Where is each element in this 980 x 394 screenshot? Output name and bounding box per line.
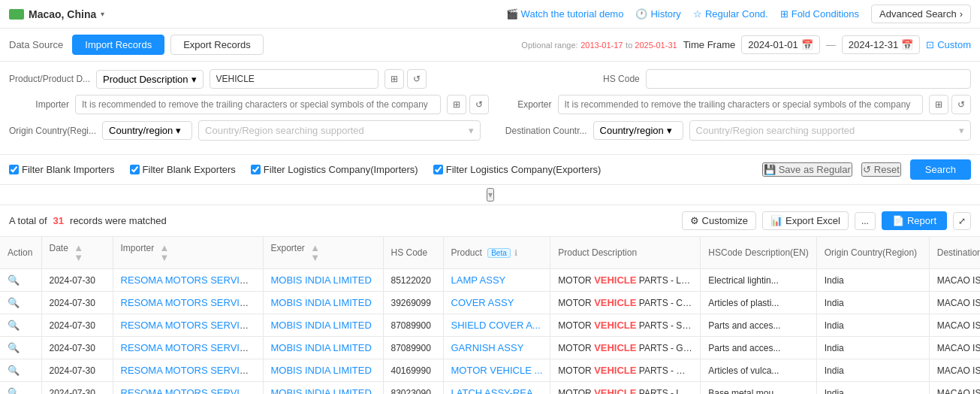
importer-cell[interactable]: RESOMA MOTORS SERVICE CE... [113, 269, 263, 292]
exporter-input[interactable] [558, 95, 924, 114]
importer-refresh-icon[interactable]: ↺ [469, 95, 489, 114]
exporter-cell[interactable]: MOBIS INDIA LIMITED [263, 359, 383, 382]
results-actions: ⚙ Customize 📊 Export Excel ... 📄 Report … [682, 211, 971, 230]
search-action-icon[interactable]: 🔍 [8, 365, 20, 376]
action-cell[interactable]: 🔍 [0, 359, 41, 382]
expand-table-button[interactable]: ⤢ [953, 212, 971, 230]
action-cell[interactable]: 🔍 [0, 314, 41, 337]
export-excel-button[interactable]: 📊 Export Excel [762, 211, 849, 230]
exporter-expand-icon[interactable]: ⊞ [929, 95, 948, 114]
product-cell[interactable]: LAMP ASSY [443, 269, 550, 292]
filter-logistics-exporters-checkbox[interactable]: Filter Logistics Company(Exporters) [433, 164, 602, 175]
product-cell[interactable]: LATCH ASSY-REA... [443, 382, 550, 395]
exporter-refresh-icon[interactable]: ↺ [951, 95, 971, 114]
product-type-select[interactable]: Product Description ▾ [96, 70, 203, 89]
destination-country-cell: MACAO ISLANDS [929, 314, 980, 337]
col-importer[interactable]: Importer ▲▼ [113, 237, 263, 269]
col-destination-country: Destination Country(Region) [929, 237, 980, 269]
importer-cell[interactable]: RESOMA MOTORS SERVICE CE... [113, 382, 263, 395]
action-cell[interactable]: 🔍 [0, 292, 41, 314]
action-cell[interactable]: 🔍 [0, 382, 41, 395]
col-exporter[interactable]: Exporter ▲▼ [263, 237, 383, 269]
col-product-description: Product Description [550, 237, 701, 269]
filter-logistics-importers-checkbox[interactable]: Filter Logistics Company(Importers) [251, 164, 418, 175]
fold-conditions-link[interactable]: ⊞ Fold Conditions [780, 8, 859, 20]
hs-code-input[interactable] [646, 69, 971, 89]
origin-country-cell: India [816, 359, 929, 382]
importer-expand-icon[interactable]: ⊞ [447, 95, 466, 114]
action-cell[interactable]: 🔍 [0, 269, 41, 292]
report-button[interactable]: 📄 Report [882, 211, 947, 230]
search-action-icon[interactable]: 🔍 [8, 387, 20, 394]
col-hs-code: HS Code [383, 237, 443, 269]
importer-cell[interactable]: RESOMA MOTORS SERVICE CE... [113, 359, 263, 382]
product-cell[interactable]: SHIELD COVER A... [443, 314, 550, 337]
table-row: 🔍2024-07-30RESOMA MOTORS SERVICE CE...MO… [0, 382, 980, 395]
hs-code-label: HS Code [595, 74, 640, 84]
date-end-input[interactable]: 2024-12-31 📅 [842, 35, 921, 54]
exporter-cell[interactable]: MOBIS INDIA LIMITED [263, 292, 383, 314]
country-name[interactable]: Macao, China [29, 8, 96, 20]
tutorial-link[interactable]: 🎬 Watch the tutorial demo [506, 8, 624, 20]
results-header: A total of 31 records were matched ⚙ Cus… [0, 205, 980, 237]
results-text-suffix: records were matched [70, 215, 167, 226]
chevron-down-icon: ▾ [191, 74, 197, 85]
hs-code-cell: 40169990 [383, 359, 443, 382]
exporter-cell[interactable]: MOBIS INDIA LIMITED [263, 269, 383, 292]
search-action-icon[interactable]: 🔍 [8, 342, 20, 353]
product-cell[interactable]: COVER ASSY [443, 292, 550, 314]
importer-cell[interactable]: RESOMA MOTORS SERVICE CE... [113, 337, 263, 359]
chevron-down-icon: ▾ [959, 125, 964, 136]
exporter-cell[interactable]: MOBIS INDIA LIMITED [263, 314, 383, 337]
export-records-tab[interactable]: Export Records [170, 35, 264, 55]
filter-blank-exporters-checkbox[interactable]: Filter Blank Exporters [130, 164, 236, 175]
filter-actions: 💾 Save as Regular ↺ Reset Search [762, 159, 971, 180]
date-start-input[interactable]: 2024-01-01 📅 [741, 35, 820, 54]
date-cell: 2024-07-30 [41, 359, 113, 382]
origin-type-select[interactable]: Country/region ▾ [102, 121, 192, 140]
product-label: Product/Product D... [9, 74, 90, 84]
col-date[interactable]: Date ▲▼ [41, 237, 113, 269]
exporter-cell[interactable]: MOBIS INDIA LIMITED [263, 382, 383, 395]
filter-blank-importers-checkbox[interactable]: Filter Blank Importers [9, 164, 115, 175]
save-regular-button[interactable]: 💾 Save as Regular [762, 162, 852, 177]
data-source-label: Data Source [9, 39, 63, 50]
more-options-button[interactable]: ... [855, 212, 876, 230]
advanced-search-button[interactable]: Advanced Search › [871, 5, 971, 23]
history-icon: 🕐 [635, 8, 647, 20]
date-cell: 2024-07-30 [41, 269, 113, 292]
product-cell[interactable]: GARNISH ASSY [443, 337, 550, 359]
product-refresh-icon[interactable]: ↺ [407, 69, 427, 89]
product-value-input[interactable] [210, 69, 379, 89]
customize-button[interactable]: ⚙ Customize [682, 211, 756, 230]
calendar-icon-end: 📅 [901, 39, 913, 50]
product-cell[interactable]: MOTOR VEHICLE ... [443, 359, 550, 382]
search-action-icon[interactable]: 🔍 [8, 297, 20, 308]
search-action-icon[interactable]: 🔍 [8, 274, 20, 286]
optional-range: Optional range: 2013-01-17 to 2025-01-31 [521, 39, 677, 50]
origin-country-dropdown[interactable]: Country/Region searching supported ▾ [198, 120, 480, 141]
importer-input[interactable] [75, 95, 441, 114]
hs-code-cell: 87089900 [383, 314, 443, 337]
destination-country-dropdown[interactable]: Country/Region searching supported ▾ [689, 120, 971, 141]
custom-button[interactable]: ⊡ Custom [926, 39, 971, 50]
collapse-button[interactable]: ▾ [487, 188, 494, 202]
importer-cell[interactable]: RESOMA MOTORS SERVICE CE... [113, 314, 263, 337]
product-expand-icon[interactable]: ⊞ [384, 69, 404, 89]
chevron-down-icon[interactable]: ▾ [101, 10, 104, 18]
col-origin-country: Origin Country(Region) [816, 237, 929, 269]
destination-country-cell: MACAO ISLANDS [929, 382, 980, 395]
exporter-label: Exporter [507, 99, 552, 110]
table-row: 🔍2024-07-30RESOMA MOTORS SERVICE CE...MO… [0, 269, 980, 292]
regular-cond-link[interactable]: ☆ Regular Cond. [693, 8, 768, 20]
reset-button[interactable]: ↺ Reset [861, 162, 901, 177]
exporter-cell[interactable]: MOBIS INDIA LIMITED [263, 337, 383, 359]
action-cell[interactable]: 🔍 [0, 337, 41, 359]
search-button[interactable]: Search [910, 159, 971, 180]
destination-type-select[interactable]: Country/region ▾ [593, 121, 683, 140]
import-records-tab[interactable]: Import Records [72, 35, 164, 55]
history-link[interactable]: 🕐 History [635, 8, 680, 20]
search-action-icon[interactable]: 🔍 [8, 320, 20, 331]
importer-cell[interactable]: RESOMA MOTORS SERVICE CE... [113, 292, 263, 314]
product-description-cell: MOTOR VEHICLE PARTS - W/STRI... [550, 359, 701, 382]
